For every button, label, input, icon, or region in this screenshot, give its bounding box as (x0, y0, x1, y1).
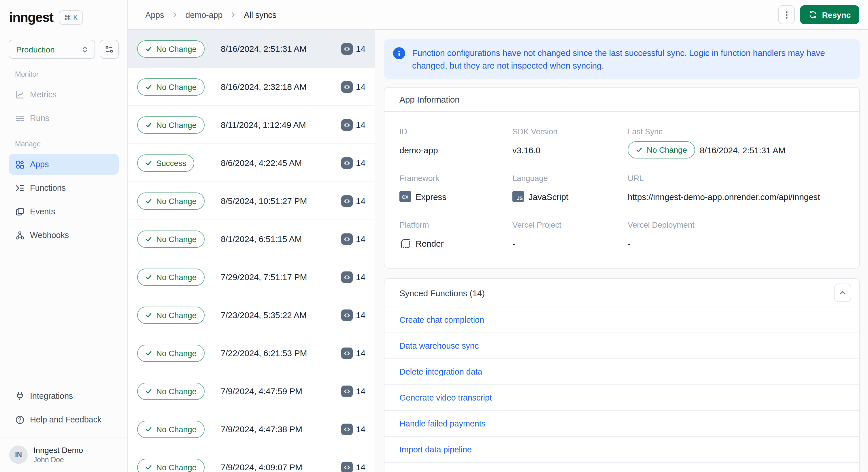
check-icon (145, 235, 152, 242)
sync-timestamp: 8/11/2024, 1:12:49 AM (221, 120, 306, 130)
sync-list-item[interactable]: No Change 7/22/2024, 6:21:53 PM 14 (128, 334, 375, 372)
function-link[interactable]: Data warehouse sync (399, 341, 479, 350)
function-count: 14 (341, 347, 365, 359)
status-badge: No Change (628, 141, 695, 158)
sync-list-item[interactable]: No Change 7/23/2024, 5:35:22 AM 14 (128, 296, 375, 334)
status-badge: No Change (137, 382, 205, 400)
check-icon (145, 426, 152, 433)
kebab-icon (782, 10, 790, 19)
synced-functions-header: Synced Functions (14) (384, 279, 859, 307)
sync-timestamp: 7/23/2024, 5:35:22 AM (221, 310, 307, 320)
content-area: No Change 8/16/2024, 2:51:31 AM 14 No Ch… (128, 30, 868, 472)
sync-list-item[interactable]: No Change 8/5/2024, 10:51:27 PM 14 (128, 182, 375, 220)
function-row[interactable]: Import data pipeline (384, 436, 859, 462)
function-row[interactable]: Delete integration data (384, 358, 859, 384)
environment-select[interactable]: Production (9, 40, 95, 59)
chevron-right-icon (230, 11, 236, 18)
render-icon (399, 238, 411, 249)
sidebar-item-integrations[interactable]: Integrations (9, 385, 119, 406)
status-badge: No Change (137, 192, 205, 210)
sidebar-item-label: Help and Feedback (30, 415, 101, 424)
function-link[interactable]: Delete integration data (399, 367, 482, 376)
function-row[interactable]: Data warehouse sync (384, 333, 859, 358)
function-count: 14 (341, 157, 365, 168)
sidebar-item-events[interactable]: Events (9, 201, 119, 222)
breadcrumb-all-syncs: All syncs (244, 10, 276, 19)
help-icon (14, 415, 25, 424)
more-options-button[interactable] (778, 5, 795, 24)
check-icon (636, 146, 643, 153)
status-badge: Success (137, 154, 194, 171)
function-count: 14 (341, 43, 365, 55)
user-meta: Inngest Demo John Doe (33, 445, 83, 464)
app-information-card: App Information ID demo-app SDK Version … (384, 87, 860, 269)
sync-list-item[interactable]: No Change 8/16/2024, 2:32:18 AM 14 (128, 68, 375, 106)
field-vercel-project: Vercel Project - (513, 220, 628, 252)
sidebar-nav: Monitor Metrics Runs Manage Apps (9, 70, 119, 246)
sync-list-item[interactable]: No Change 7/9/2024, 4:09:07 PM 14 (128, 448, 375, 472)
sidebar: inngest ⌘ K Production Monitor (0, 0, 128, 472)
sync-list-item[interactable]: No Change 7/9/2024, 4:47:38 PM 14 (128, 410, 375, 448)
sidebar-item-functions[interactable]: Functions (9, 178, 119, 198)
sidebar-item-webhooks[interactable]: Webhooks (9, 225, 119, 246)
functions-icon (14, 183, 25, 193)
sync-list-item[interactable]: No Change 8/1/2024, 6:51:15 AM 14 (128, 220, 375, 258)
nav-section-manage: Manage (15, 140, 119, 148)
sidebar-item-runs[interactable]: Runs (9, 108, 119, 128)
function-row[interactable]: Send billing receipt (384, 462, 859, 472)
user-menu[interactable]: IN Inngest Demo John Doe (9, 444, 119, 472)
function-row[interactable]: Create chat completion (384, 307, 859, 333)
main-area: Apps demo-app All syncs Resync (128, 0, 868, 472)
check-icon (145, 312, 152, 318)
card-title: App Information (399, 95, 460, 104)
breadcrumb-demo-app[interactable]: demo-app (185, 10, 222, 19)
sync-list-item[interactable]: No Change 7/29/2024, 7:51:17 PM 14 (128, 258, 375, 296)
sync-list-item[interactable]: Success 8/6/2024, 4:22:45 AM 14 (128, 144, 375, 182)
function-link[interactable]: Generate video transcript (399, 393, 492, 402)
last-sync-time: 8/16/2024, 2:51:31 AM (700, 145, 785, 155)
chevron-up-icon (839, 289, 846, 296)
sidebar-item-help[interactable]: Help and Feedback (9, 409, 119, 430)
sliders-icon (104, 44, 114, 54)
field-sdk-version: SDK Version v3.16.0 (513, 127, 628, 158)
function-link[interactable]: Create chat completion (399, 315, 484, 324)
metrics-icon (14, 90, 25, 99)
function-link[interactable]: Import data pipeline (399, 445, 472, 454)
status-badge: No Change (137, 116, 205, 133)
sync-timestamp: 8/5/2024, 10:51:27 PM (221, 196, 307, 206)
check-icon (145, 159, 152, 166)
code-icon (341, 271, 352, 283)
app-window: inngest ⌘ K Production Monitor (0, 0, 868, 472)
status-badge: No Change (137, 420, 205, 438)
javascript-icon: JS (513, 191, 524, 202)
function-count: 14 (341, 119, 365, 130)
sync-timestamp: 8/16/2024, 2:51:31 AM (221, 44, 307, 54)
function-row[interactable]: Handle failed payments (384, 410, 859, 436)
topbar-actions: Resync (778, 5, 859, 24)
breadcrumb-apps[interactable]: Apps (145, 10, 164, 19)
runs-icon (14, 113, 25, 123)
function-link[interactable]: Handle failed payments (399, 419, 486, 428)
function-count: 14 (341, 81, 365, 93)
check-icon (145, 387, 152, 395)
collapse-button[interactable] (834, 284, 851, 302)
sidebar-item-apps[interactable]: Apps (9, 154, 119, 175)
events-icon (14, 207, 25, 216)
sidebar-item-metrics[interactable]: Metrics (9, 84, 119, 105)
sidebar-item-label: Runs (30, 114, 49, 123)
apps-icon (14, 159, 25, 169)
environment-settings-button[interactable] (100, 40, 119, 59)
function-link[interactable]: Send billing receipt (399, 471, 469, 472)
resync-button[interactable]: Resync (800, 5, 859, 24)
divider (0, 437, 127, 437)
function-count: 14 (341, 309, 365, 321)
sync-list-item[interactable]: No Change 7/9/2024, 4:47:59 PM 14 (128, 372, 375, 410)
sync-timestamp: 8/6/2024, 4:22:45 AM (221, 158, 302, 168)
sync-list-item[interactable]: No Change 8/16/2024, 2:51:31 AM 14 (128, 30, 375, 68)
function-row[interactable]: Generate video transcript (384, 384, 859, 410)
command-k-shortcut[interactable]: ⌘ K (59, 10, 83, 25)
code-icon (341, 119, 352, 130)
sync-list-item[interactable]: No Change 8/11/2024, 1:12:49 AM 14 (128, 106, 375, 144)
sidebar-item-label: Events (30, 207, 55, 216)
info-banner: Function configurations have not changed… (384, 39, 860, 79)
